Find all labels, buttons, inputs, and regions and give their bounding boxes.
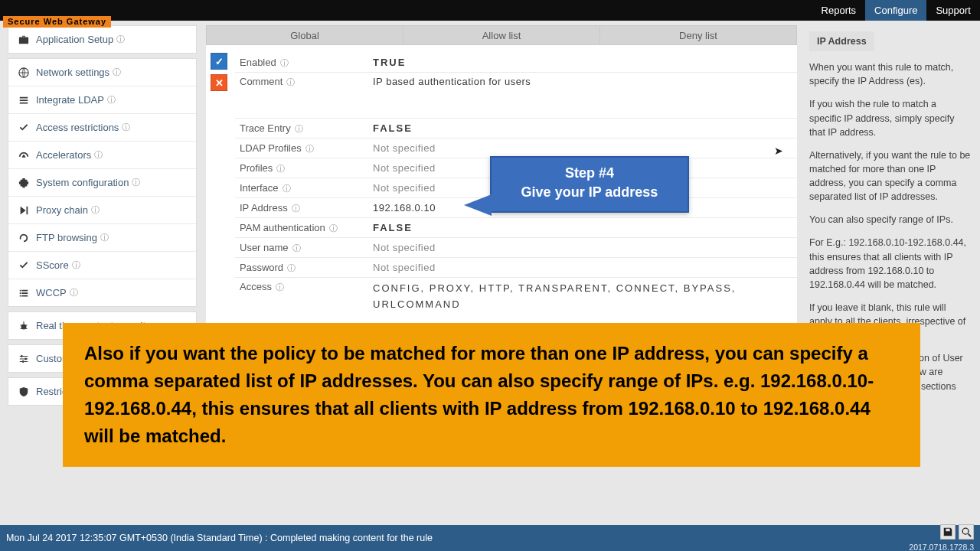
- info-icon: ⓘ: [303, 144, 314, 153]
- sidebar-item-system-configuration[interactable]: System configuration ⓘ: [8, 169, 196, 197]
- sidebar-item-label: Application Setup: [36, 34, 113, 45]
- sidebar-item-label: Proxy chain: [36, 204, 88, 216]
- nav-configure[interactable]: Configure: [865, 0, 926, 21]
- row-actions: ✓ ✕: [211, 53, 227, 91]
- help-text: For E.g.: 192.168.0.10-192.168.0.44, thi…: [809, 236, 971, 292]
- info-icon: ⓘ: [290, 243, 301, 253]
- field-password[interactable]: Password ⓘ Not specified: [235, 258, 797, 278]
- info-icon: ⓘ: [122, 122, 130, 133]
- field-access[interactable]: Access ⓘ CONFIG, PROXY, HTTP, TRANSPAREN…: [235, 278, 797, 324]
- tutorial-callout-step4: Step #4 Give your IP address: [490, 156, 689, 213]
- svg-point-5: [962, 528, 969, 534]
- field-value: CONFIG, PROXY, HTTP, TRANSPARENT, CONNEC…: [365, 278, 797, 316]
- info-icon: ⓘ: [285, 263, 296, 272]
- sidebar-item-network-settings[interactable]: Network settings ⓘ: [8, 59, 196, 86]
- sidebar-item-access-restrictions[interactable]: Access restrictions ⓘ: [8, 114, 196, 142]
- field-label: Trace Entry: [240, 122, 291, 134]
- refresh-icon: [18, 233, 30, 243]
- field-pam-auth[interactable]: PAM authentication ⓘ FALSE: [235, 218, 797, 238]
- sidebar-item-ftp-browsing[interactable]: FTP browsing ⓘ: [8, 224, 196, 252]
- info-icon: ⓘ: [292, 124, 303, 133]
- field-label: Comment: [240, 76, 283, 87]
- info-icon: ⓘ: [274, 164, 285, 173]
- field-label: User name: [240, 242, 289, 253]
- sidebar-item-accelerators[interactable]: Accelerators ⓘ: [8, 142, 196, 169]
- puzzle-icon: [18, 178, 30, 188]
- step-forward-icon: [18, 205, 30, 216]
- info-icon: ⓘ: [100, 232, 109, 243]
- gauge-icon: [18, 150, 30, 161]
- info-icon: ⓘ: [289, 204, 300, 213]
- field-comment[interactable]: Comment ⓘ IP based authentication for us…: [235, 73, 797, 119]
- info-icon: ⓘ: [278, 58, 289, 67]
- callout-title: Step #4: [504, 165, 675, 181]
- sidebar-item-label: System configuration: [36, 177, 129, 188]
- tutorial-callout-note: Also if you want the policy to be matche…: [63, 323, 920, 467]
- tab-global[interactable]: Global: [206, 25, 403, 45]
- bars-icon: [18, 95, 30, 106]
- sidebar-item-label: WCCP: [36, 287, 67, 298]
- sliders-icon: [18, 354, 30, 364]
- sidebar-item-label: Integrate LDAP: [36, 94, 104, 106]
- sidebar-group-main: Network settings ⓘ Integrate LDAP ⓘ Acce…: [8, 58, 197, 307]
- svg-point-1: [21, 324, 27, 329]
- footer-tools: 2017.0718.1728.3: [909, 524, 974, 551]
- field-user-name[interactable]: User name ⓘ Not specified: [235, 238, 797, 258]
- help-text: You can also specify range of IPs.: [809, 213, 971, 227]
- info-icon: ⓘ: [284, 77, 295, 86]
- field-label: Enabled: [240, 57, 276, 68]
- nav-reports[interactable]: Reports: [812, 0, 866, 21]
- sidebar-item-integrate-ldap[interactable]: Integrate LDAP ⓘ: [8, 86, 196, 114]
- sidebar-item-label: SScore: [36, 259, 69, 271]
- info-icon: ⓘ: [94, 149, 103, 161]
- info-icon: ⓘ: [273, 282, 284, 292]
- bug-icon: [18, 321, 30, 331]
- field-trace-entry[interactable]: Trace Entry ⓘ FALSE: [235, 119, 797, 139]
- field-label: Profiles: [240, 162, 273, 174]
- topbar: SafeSquid Secure Web Gateway Reports Con…: [0, 0, 980, 21]
- field-value: Not specified: [365, 139, 797, 157]
- sidebar-item-application-setup[interactable]: Application Setup ⓘ: [8, 26, 196, 53]
- field-label: IP Address: [240, 202, 288, 214]
- field-label: LDAP Profiles: [240, 142, 302, 154]
- sidebar-item-label: FTP browsing: [36, 232, 97, 243]
- send-icon[interactable]: ➤: [774, 145, 783, 157]
- info-icon: ⓘ: [113, 67, 121, 78]
- tab-bar: Global Allow list Deny list: [206, 25, 797, 45]
- info-icon: ⓘ: [132, 177, 140, 188]
- sidebar-item-label: Access restrictions: [36, 122, 119, 133]
- svg-point-4: [22, 360, 24, 363]
- help-title: IP Address: [809, 31, 874, 51]
- info-icon: ⓘ: [327, 223, 338, 233]
- list-icon: [18, 288, 30, 298]
- status-text: Mon Jul 24 2017 12:35:07 GMT+0530 (India…: [6, 533, 433, 543]
- field-value: IP based authentication for users: [365, 73, 797, 90]
- check-icon: [18, 260, 30, 271]
- sidebar-item-proxy-chain[interactable]: Proxy chain ⓘ: [8, 197, 196, 224]
- field-enabled[interactable]: Enabled ⓘ TRUE: [235, 53, 797, 73]
- field-label: PAM authentication: [240, 222, 325, 233]
- globe-icon: [18, 67, 30, 78]
- field-label: Interface: [240, 182, 279, 194]
- sidebar-item-sscore[interactable]: SScore ⓘ: [8, 252, 196, 279]
- tab-allow-list[interactable]: Allow list: [403, 25, 600, 45]
- field-value: FALSE: [365, 219, 797, 236]
- sidebar-item-label: Network settings: [36, 67, 109, 78]
- shield-icon: [18, 386, 30, 397]
- field-value: FALSE: [365, 119, 797, 137]
- toggle-enabled-button[interactable]: ✓: [211, 53, 227, 70]
- version-text: 2017.0718.1728.3: [909, 543, 974, 551]
- sidebar-item-wccp[interactable]: WCCP ⓘ: [8, 279, 196, 306]
- field-value: TRUE: [365, 54, 797, 71]
- tab-deny-list[interactable]: Deny list: [600, 25, 797, 45]
- footer: Mon Jul 24 2017 12:35:07 GMT+0530 (India…: [0, 525, 980, 551]
- sidebar-item-label: Accelerators: [36, 149, 91, 161]
- save-icon[interactable]: [940, 524, 956, 540]
- help-text: If you wish the rule to match a specific…: [809, 97, 971, 139]
- sidebar-group-app: Application Setup ⓘ: [8, 25, 197, 54]
- delete-row-button[interactable]: ✕: [211, 74, 227, 91]
- field-label: Password: [240, 262, 283, 273]
- search-icon[interactable]: [959, 524, 974, 540]
- briefcase-icon: [18, 34, 30, 45]
- nav-support[interactable]: Support: [926, 0, 980, 21]
